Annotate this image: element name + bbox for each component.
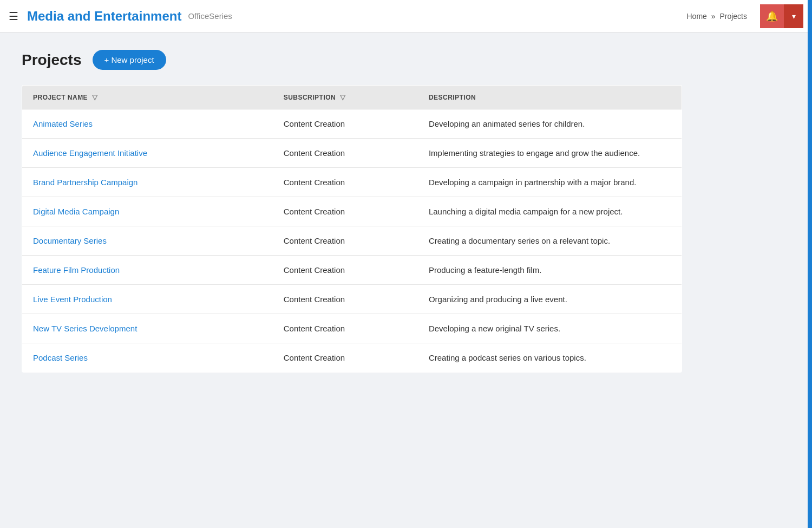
cell-project-name: Audience Engagement Initiative [22, 139, 273, 168]
project-name-link[interactable]: New TV Series Development [33, 324, 137, 333]
cell-subscription: Content Creation [273, 256, 418, 285]
scrollbar-accent [808, 0, 812, 390]
project-name-link[interactable]: Animated Series [33, 119, 93, 128]
cell-project-name: Podcast Series [22, 343, 273, 373]
filter-icon-subscription[interactable]: ▽ [340, 93, 345, 101]
col-header-name: PROJECT NAME ▽ [22, 86, 273, 109]
breadcrumb-separator: » [711, 12, 716, 21]
page-header: Projects + New project [22, 50, 682, 70]
cell-project-name: Feature Film Production [22, 256, 273, 285]
cell-subscription: Content Creation [273, 109, 418, 139]
table-row: Animated SeriesContent CreationDevelopin… [22, 109, 682, 139]
cell-project-name: Animated Series [22, 109, 273, 139]
project-name-link[interactable]: Brand Partnership Campaign [33, 178, 137, 187]
cell-project-name: Live Event Production [22, 285, 273, 314]
cell-project-name: Digital Media Campaign [22, 197, 273, 226]
filter-icon-name[interactable]: ▽ [92, 93, 97, 101]
cell-description: Implementing strategies to engage and gr… [418, 139, 682, 168]
header-dropdown-button[interactable]: ▾ [784, 4, 803, 28]
cell-subscription: Content Creation [273, 197, 418, 226]
cell-subscription: Content Creation [273, 343, 418, 373]
cell-project-name: Brand Partnership Campaign [22, 168, 273, 197]
new-project-button[interactable]: + New project [93, 50, 166, 70]
main-content: Projects + New project PROJECT NAME ▽ SU… [0, 32, 704, 390]
header: ☰ Media and Entertainment OfficeSeries H… [0, 0, 812, 32]
cell-description: Producing a feature-length film. [418, 256, 682, 285]
cell-description: Developing a new original TV series. [418, 314, 682, 343]
cell-subscription: Content Creation [273, 226, 418, 256]
menu-icon[interactable]: ☰ [9, 10, 18, 23]
breadcrumb: Home » Projects [686, 12, 747, 21]
table-row: Live Event ProductionContent CreationOrg… [22, 285, 682, 314]
table-row: Podcast SeriesContent CreationCreating a… [22, 343, 682, 373]
cell-description: Developing a campaign in partnership wit… [418, 168, 682, 197]
table-row: Audience Engagement InitiativeContent Cr… [22, 139, 682, 168]
cell-subscription: Content Creation [273, 314, 418, 343]
chevron-down-icon: ▾ [792, 12, 796, 21]
project-name-link[interactable]: Digital Media Campaign [33, 207, 119, 216]
cell-description: Launching a digital media campaign for a… [418, 197, 682, 226]
app-subtitle: OfficeSeries [188, 11, 232, 21]
app-title: Media and Entertainment [27, 9, 181, 24]
project-name-link[interactable]: Feature Film Production [33, 265, 120, 275]
table-header: PROJECT NAME ▽ SUBSCRIPTION ▽ DESCRIPTIO… [22, 86, 682, 109]
header-actions: 🔔 ▾ [760, 4, 803, 28]
bell-icon: 🔔 [766, 10, 778, 22]
cell-description: Creating a documentary series on a relev… [418, 226, 682, 256]
table-row: Brand Partnership CampaignContent Creati… [22, 168, 682, 197]
page-title: Projects [22, 51, 82, 69]
breadcrumb-home[interactable]: Home [686, 12, 706, 21]
cell-subscription: Content Creation [273, 168, 418, 197]
cell-project-name: New TV Series Development [22, 314, 273, 343]
cell-project-name: Documentary Series [22, 226, 273, 256]
cell-description: Creating a podcast series on various top… [418, 343, 682, 373]
projects-table: PROJECT NAME ▽ SUBSCRIPTION ▽ DESCRIPTIO… [22, 85, 682, 373]
table-row: Documentary SeriesContent CreationCreati… [22, 226, 682, 256]
table-row: New TV Series DevelopmentContent Creatio… [22, 314, 682, 343]
table-row: Digital Media CampaignContent CreationLa… [22, 197, 682, 226]
project-name-link[interactable]: Documentary Series [33, 236, 107, 245]
breadcrumb-current: Projects [719, 12, 747, 21]
project-name-link[interactable]: Live Event Production [33, 295, 112, 304]
cell-subscription: Content Creation [273, 285, 418, 314]
col-header-subscription: SUBSCRIPTION ▽ [273, 86, 418, 109]
table-header-row: PROJECT NAME ▽ SUBSCRIPTION ▽ DESCRIPTIO… [22, 86, 682, 109]
table-body: Animated SeriesContent CreationDevelopin… [22, 109, 682, 373]
cell-subscription: Content Creation [273, 139, 418, 168]
project-name-link[interactable]: Podcast Series [33, 353, 88, 362]
table-row: Feature Film ProductionContent CreationP… [22, 256, 682, 285]
notification-bell-button[interactable]: 🔔 [760, 4, 784, 28]
cell-description: Developing an animated series for childr… [418, 109, 682, 139]
col-header-description: DESCRIPTION [418, 86, 682, 109]
project-name-link[interactable]: Audience Engagement Initiative [33, 148, 147, 158]
cell-description: Organizing and producing a live event. [418, 285, 682, 314]
